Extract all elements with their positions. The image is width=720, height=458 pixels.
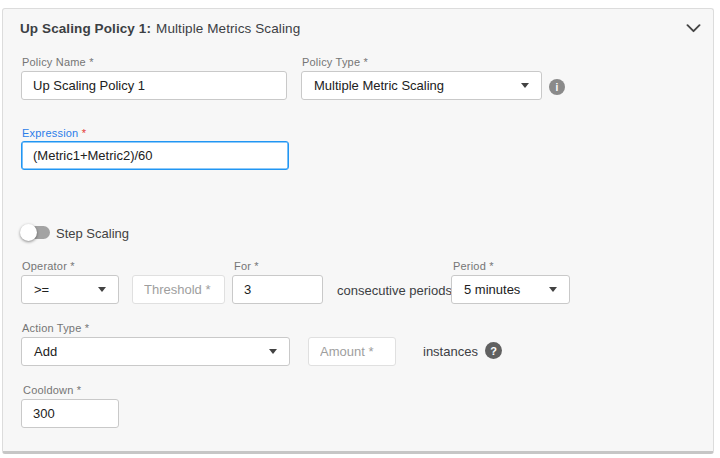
period-selected-value: 5 minutes (464, 282, 520, 297)
dropdown-caret-icon (549, 287, 557, 292)
help-icon[interactable]: ? (485, 342, 502, 359)
policy-name-label: Policy Name * (22, 56, 94, 68)
help-icon-glyph: ? (490, 345, 497, 357)
for-input[interactable] (232, 275, 323, 304)
expression-input[interactable] (21, 141, 289, 170)
consecutive-periods-text: consecutive periods of (337, 283, 466, 298)
collapse-button[interactable] (682, 19, 704, 37)
action-type-selected-value: Add (34, 344, 57, 359)
expression-label-text: Expression (22, 127, 78, 139)
dropdown-caret-icon (269, 349, 277, 354)
expression-required-mark: * (82, 127, 86, 139)
panel-title-policy: Up Scaling Policy 1: (20, 21, 151, 36)
period-select[interactable]: 5 minutes (451, 275, 570, 304)
policy-type-select[interactable]: Multiple Metric Scaling (301, 71, 542, 100)
policy-type-label: Policy Type * (302, 56, 368, 68)
dropdown-caret-icon (98, 287, 106, 292)
operator-label: Operator * (22, 260, 75, 272)
cooldown-label: Cooldown * (23, 384, 81, 396)
action-type-label: Action Type * (22, 322, 89, 334)
step-scaling-label: Step Scaling (56, 226, 129, 241)
operator-select[interactable]: >= (21, 275, 119, 304)
operator-selected-value: >= (34, 282, 49, 297)
policy-name-input[interactable] (21, 71, 287, 100)
dropdown-caret-icon (521, 83, 529, 88)
cooldown-input[interactable] (21, 399, 119, 428)
action-type-select[interactable]: Add (21, 337, 290, 366)
info-icon-glyph: i (556, 82, 559, 93)
info-icon[interactable]: i (549, 79, 565, 95)
expression-label: Expression * (22, 127, 86, 139)
scaling-policy-page: Up Scaling Policy 1:Multiple Metrics Sca… (0, 0, 720, 458)
period-label: Period * (453, 260, 494, 272)
chevron-down-icon (686, 19, 701, 37)
panel-title: Up Scaling Policy 1:Multiple Metrics Sca… (20, 21, 300, 36)
toggle-knob (20, 224, 37, 241)
panel-title-type: Multiple Metrics Scaling (156, 21, 300, 36)
policy-type-selected-value: Multiple Metric Scaling (314, 78, 444, 93)
threshold-input[interactable] (132, 275, 225, 304)
instances-text: instances (423, 344, 478, 359)
for-label: For * (234, 260, 259, 272)
amount-input[interactable] (308, 337, 396, 366)
